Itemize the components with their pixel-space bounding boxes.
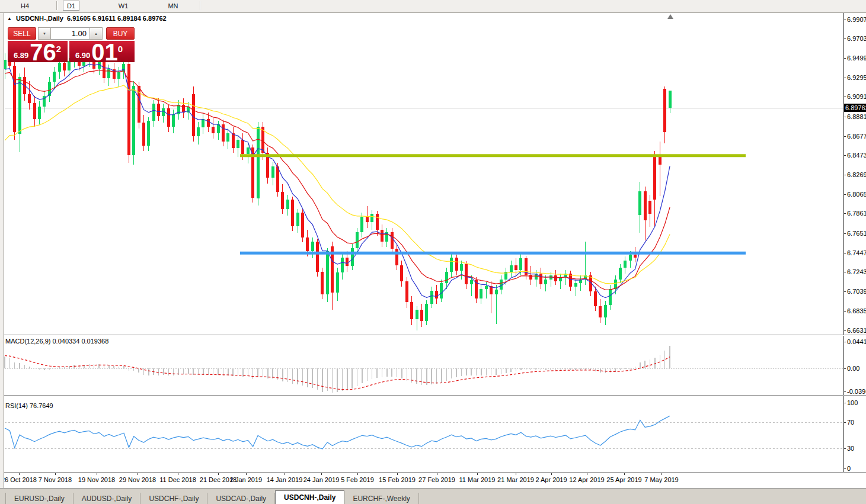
volume-stepper: ▼ ▲ xyxy=(38,27,103,40)
price-scale[interactable]: 6.89762 6.990706.970306.949906.929506.90… xyxy=(844,0,866,488)
rsi-indicator-label: RSI(14) 76.7649 xyxy=(5,402,53,409)
price-axis-label: 6.92950 xyxy=(847,74,866,82)
date-axis-label: 25 Apr 2019 xyxy=(606,476,641,483)
collapse-panel-icon[interactable]: ▲ xyxy=(7,16,12,21)
sell-price-box[interactable]: 6.89762 xyxy=(8,41,68,62)
symbol-period-label: USDCNH-,Daily xyxy=(16,15,63,22)
pane-separator xyxy=(0,472,866,473)
macd-indicator-label: MACD(12,26,9) 0.040334 0.019368 xyxy=(5,338,108,345)
volume-increase-button[interactable]: ▲ xyxy=(90,27,103,40)
volume-input[interactable] xyxy=(51,27,90,40)
buy-price-main: 01 xyxy=(91,42,118,62)
date-axis-label: 15 Feb 2019 xyxy=(379,476,416,483)
chart-tab-bar: EURUSD-,DailyAUDUSD-,DailyUSDCHF-,DailyU… xyxy=(0,488,866,504)
date-axis-label: 11 Mar 2019 xyxy=(459,476,496,483)
sell-button[interactable]: SELL xyxy=(8,27,36,40)
trade-buttons-row: SELL ▼ ▲ BUY xyxy=(8,27,135,40)
price-axis-label: 6.76510 xyxy=(847,230,866,237)
timeframe-button-h4[interactable]: H4 xyxy=(17,1,33,11)
date-axis-label: 24 Jan 2019 xyxy=(303,476,340,483)
chart-tab-eurusd[interactable]: EURUSD-,Daily xyxy=(6,493,74,504)
date-axis-label: 11 Dec 2018 xyxy=(159,476,196,483)
quote-boxes-row: 6.89762 6.90010 xyxy=(8,41,135,62)
date-axis-label: 26 Oct 2018 xyxy=(1,476,37,483)
triangle-down-icon: ▼ xyxy=(43,32,46,36)
price-axis-label: 6.70390 xyxy=(847,288,866,296)
price-axis-label: 6.88810 xyxy=(847,113,866,121)
sell-price-pip: 2 xyxy=(56,44,61,54)
price-axis-label: 6.66310 xyxy=(847,327,866,335)
price-axis-label: 6.99070 xyxy=(847,16,866,24)
ohlc-values: 6.91605 6.91611 6.89184 6.89762 xyxy=(67,15,167,22)
macd-axis-label: 0.044143 xyxy=(847,338,866,346)
price-axis-label: 6.68350 xyxy=(847,307,866,315)
price-axis-label: 6.78610 xyxy=(847,210,866,217)
buy-price-box[interactable]: 6.90010 xyxy=(69,41,135,62)
timeframe-button-d1[interactable]: D1 xyxy=(63,1,79,11)
macd-axis-label: 0.00 xyxy=(847,365,859,373)
tab-bar-spacer xyxy=(0,493,6,504)
price-axis-label: 6.90910 xyxy=(847,93,866,101)
timeframe-button-w1[interactable]: W1 xyxy=(115,1,132,11)
chart-title: ▲USDCNH-,Daily6.91605 6.91611 6.89184 6.… xyxy=(7,15,167,22)
date-axis-label: 27 Feb 2019 xyxy=(418,476,455,483)
rsi-axis-label: 70 xyxy=(847,419,854,426)
date-axis-label: 5 Feb 2019 xyxy=(341,476,374,483)
current-price-label: 6.89762 xyxy=(844,104,866,112)
chart-tab-usdcnh[interactable]: USDCNH-,Daily xyxy=(275,490,344,504)
buy-price-prefix: 6.90 xyxy=(75,51,90,60)
price-axis-label: 6.94990 xyxy=(847,54,866,62)
chart-shift-marker[interactable] xyxy=(667,14,673,19)
date-axis-label: 2 Jan 2019 xyxy=(230,476,262,483)
chart-tab-usdcad[interactable]: USDCAD-,Daily xyxy=(207,493,275,504)
chart-tab-eurchf[interactable]: EURCHF-,Weekly xyxy=(344,493,418,504)
date-axis-label: 19 Nov 2018 xyxy=(78,476,115,483)
pane-separator[interactable] xyxy=(0,395,866,396)
price-axis-label: 6.72430 xyxy=(847,268,866,276)
pane-separator[interactable] xyxy=(0,335,866,336)
date-axis-label: 7 Nov 2018 xyxy=(39,476,72,483)
chart-canvas[interactable] xyxy=(0,0,866,504)
price-axis-label: 6.97030 xyxy=(847,35,866,43)
sell-price-main: 76 xyxy=(30,42,56,62)
volume-decrease-button[interactable]: ▼ xyxy=(38,27,51,40)
toolbar-separator xyxy=(200,1,200,10)
window-left-edge xyxy=(0,12,4,488)
date-axis-label: 21 Mar 2019 xyxy=(497,476,534,483)
toolbar-separator xyxy=(56,1,57,10)
price-axis-label: 6.74470 xyxy=(847,249,866,257)
buy-price-pip: 0 xyxy=(118,44,123,54)
chart-tab-usdchf[interactable]: USDCHF-,Daily xyxy=(140,493,207,504)
chart-tab-audusd[interactable]: AUDUSD-,Daily xyxy=(74,493,141,504)
date-axis-label: 12 Apr 2019 xyxy=(569,476,604,483)
timeframe-toolbar: H4D1W1MN xyxy=(0,0,866,13)
price-axis-label: 6.82690 xyxy=(847,171,866,179)
date-axis-label: 14 Jan 2019 xyxy=(267,476,303,483)
rsi-axis-label: 30 xyxy=(847,445,854,452)
price-axis-label: 6.86770 xyxy=(847,133,866,140)
buy-button[interactable]: BUY xyxy=(106,27,135,40)
price-axis-label: 6.80650 xyxy=(847,191,866,198)
price-axis-label: 6.84730 xyxy=(847,152,866,159)
rsi-axis-label: 0 xyxy=(847,465,851,473)
one-click-trading-panel: SELL ▼ ▲ BUY 6.89762 6.90010 xyxy=(8,27,135,62)
timeframe-button-mn[interactable]: MN xyxy=(165,1,181,11)
triangle-up-icon: ▲ xyxy=(94,32,98,36)
date-axis-label: 2 Apr 2019 xyxy=(535,476,567,483)
time-scale[interactable]: 26 Oct 20187 Nov 201819 Nov 201829 Nov 2… xyxy=(0,474,866,488)
rsi-axis-label: 100 xyxy=(847,399,858,407)
date-axis-label: 7 May 2019 xyxy=(644,476,678,483)
sell-price-prefix: 6.89 xyxy=(14,51,28,60)
date-axis-label: 29 Nov 2018 xyxy=(119,476,156,483)
